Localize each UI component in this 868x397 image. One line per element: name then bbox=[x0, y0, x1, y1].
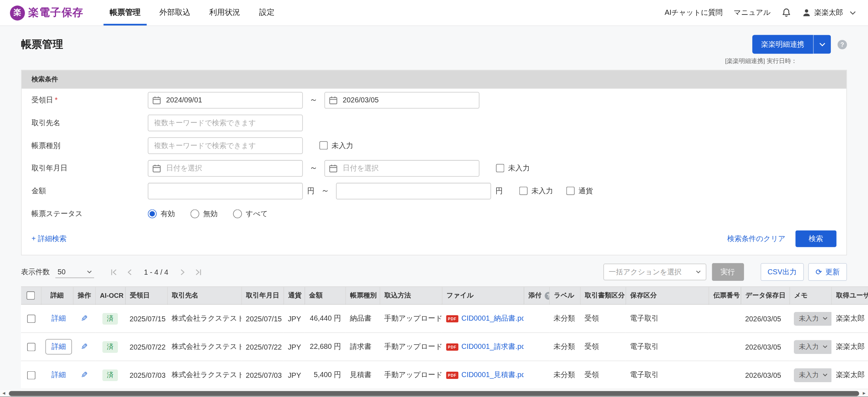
clear-search-link[interactable]: 検索条件のクリア bbox=[727, 234, 786, 244]
notification-bell-icon[interactable] bbox=[782, 8, 791, 18]
detail-button[interactable]: 詳細 bbox=[46, 339, 72, 355]
advanced-search-link[interactable]: + 詳細検索 bbox=[31, 234, 67, 244]
chevron-down-icon bbox=[822, 345, 827, 349]
main-nav: 帳票管理 外部取込 利用状況 設定 bbox=[100, 0, 284, 25]
header-acquired-user: 取得ユーザー bbox=[831, 287, 868, 304]
toolbar-right: 一括アクションを選択 実行 CSV出力 ⟳ 更新 bbox=[603, 263, 847, 281]
txn-date-from-input[interactable] bbox=[148, 160, 303, 177]
help-icon[interactable]: ? bbox=[838, 39, 847, 49]
radio[interactable] bbox=[233, 209, 242, 218]
row-checkbox[interactable] bbox=[27, 314, 35, 323]
search-row-doc-type: 帳票種別 未入力 bbox=[22, 134, 847, 157]
table-row: 詳細 ✎ 済 2025/07/15 株式会社ラクステスト 2025/07/15 … bbox=[21, 304, 868, 333]
receipt-date-to-input[interactable] bbox=[324, 92, 480, 108]
detail-button[interactable]: 詳細 bbox=[46, 311, 72, 326]
search-button[interactable]: 検索 bbox=[795, 231, 836, 247]
header-file: ファイル bbox=[442, 287, 524, 304]
edit-pencil-icon[interactable]: ✎ bbox=[81, 342, 88, 352]
memo-value: 未入力 bbox=[799, 314, 819, 323]
chevron-down-icon bbox=[87, 270, 92, 273]
nav-item-settings[interactable]: 設定 bbox=[250, 0, 284, 25]
next-page-icon[interactable] bbox=[178, 268, 187, 276]
currency-checkbox[interactable]: 通貨 bbox=[566, 186, 593, 196]
partner-input[interactable] bbox=[148, 114, 303, 131]
csv-export-button[interactable]: CSV出力 bbox=[760, 263, 804, 281]
memo-dropdown-button[interactable]: 未入力 bbox=[794, 312, 831, 325]
scroll-left-arrow[interactable]: ◂ bbox=[0, 390, 8, 396]
page-head: 帳票管理 楽楽明細連携 ? bbox=[21, 26, 847, 54]
first-page-icon[interactable] bbox=[110, 268, 118, 276]
prev-page-icon[interactable] bbox=[125, 268, 134, 276]
bulk-action-placeholder: 一括アクションを選択 bbox=[609, 267, 682, 277]
execute-button[interactable]: 実行 bbox=[712, 263, 744, 281]
amount-empty-checkbox[interactable]: 未入力 bbox=[519, 186, 553, 196]
edit-pencil-icon[interactable]: ✎ bbox=[81, 313, 88, 324]
acquired-user-cell: 楽楽太郎 bbox=[831, 304, 868, 333]
refresh-button[interactable]: ⟳ 更新 bbox=[808, 263, 847, 281]
scrollbar-thumb[interactable] bbox=[9, 391, 859, 396]
manual-link[interactable]: マニュアル bbox=[734, 8, 771, 18]
file-link[interactable]: CID0001_納品書.pdf bbox=[461, 314, 524, 322]
doc-type-cell: 納品書 bbox=[345, 304, 380, 333]
receipt-date-from-input[interactable] bbox=[148, 92, 303, 108]
rakuraku-meisai-dropdown-button[interactable] bbox=[813, 35, 831, 54]
tilde-separator: ～ bbox=[310, 95, 318, 105]
row-checkbox[interactable] bbox=[27, 371, 35, 380]
detail-button[interactable]: 詳細 bbox=[46, 367, 72, 383]
memo-dropdown-button[interactable]: 未入力 bbox=[794, 340, 831, 354]
txn-date-empty-checkbox[interactable]: 未入力 bbox=[496, 163, 529, 173]
attachment-cell bbox=[524, 361, 549, 389]
nav-item-external-import[interactable]: 外部取込 bbox=[150, 0, 200, 25]
search-panel: 検索条件 受領日* ～ 取引先名 帳票種別 bbox=[21, 70, 847, 255]
amount-from-input[interactable] bbox=[148, 182, 303, 199]
table-body: 詳細 ✎ 済 2025/07/15 株式会社ラクステスト 2025/07/15 … bbox=[21, 304, 868, 397]
edit-pencil-icon[interactable]: ✎ bbox=[81, 370, 88, 380]
doc-type-input[interactable] bbox=[148, 137, 303, 154]
checkbox-label: 未入力 bbox=[531, 186, 553, 196]
radio[interactable] bbox=[148, 209, 157, 218]
file-link[interactable]: CID0001_請求書.pdf bbox=[461, 342, 524, 351]
nav-item-form-management[interactable]: 帳票管理 bbox=[100, 0, 150, 25]
bulk-action-select[interactable]: 一括アクションを選択 bbox=[603, 264, 706, 280]
status-radio-all[interactable]: すべて bbox=[233, 208, 268, 219]
checkbox[interactable] bbox=[319, 141, 328, 149]
checkbox-label: 未入力 bbox=[508, 163, 530, 173]
page-title: 帳票管理 bbox=[21, 37, 63, 52]
pagination-text: 1 - 4 / 4 bbox=[144, 268, 168, 276]
receipt-date-to-field bbox=[324, 92, 480, 108]
checkbox[interactable] bbox=[496, 164, 504, 172]
file-link[interactable]: CID0001_見積書.pdf bbox=[461, 371, 524, 379]
chevron-down-icon bbox=[822, 317, 827, 320]
storage-class-cell: 電子取引 bbox=[626, 361, 709, 389]
amount-to-input[interactable] bbox=[336, 182, 491, 199]
import-method-cell: 手動アップロード bbox=[380, 304, 442, 333]
header-label: ラベル bbox=[549, 287, 580, 304]
doc-type-empty-checkbox[interactable]: 未入力 bbox=[319, 140, 353, 151]
page-actions: 楽楽明細連携 ? bbox=[752, 35, 847, 54]
user-menu[interactable]: 楽楽太郎 bbox=[802, 8, 843, 18]
attachment-help-icon[interactable]: ? bbox=[544, 292, 549, 299]
rakuraku-meisai-button[interactable]: 楽楽明細連携 bbox=[752, 35, 813, 54]
partner-name-cell: 株式会社ラクステスト bbox=[167, 361, 241, 389]
checkbox[interactable] bbox=[519, 187, 528, 195]
nav-item-usage[interactable]: 利用状況 bbox=[200, 0, 250, 25]
radio[interactable] bbox=[191, 209, 199, 218]
required-asterisk: * bbox=[55, 96, 58, 104]
status-radio-inactive[interactable]: 無効 bbox=[191, 208, 218, 219]
chevron-down-icon[interactable] bbox=[850, 11, 856, 15]
scroll-right-arrow[interactable]: ▸ bbox=[860, 390, 868, 396]
row-checkbox[interactable] bbox=[27, 343, 35, 351]
display-count-select[interactable]: 50 bbox=[55, 266, 94, 278]
last-page-icon[interactable] bbox=[194, 268, 203, 276]
status-radio-active[interactable]: 有効 bbox=[148, 208, 175, 219]
checkbox[interactable] bbox=[566, 187, 575, 195]
attachment-cell bbox=[524, 333, 549, 361]
app-logo[interactable]: 楽 楽電子保存 bbox=[10, 5, 84, 20]
memo-dropdown-button[interactable]: 未入力 bbox=[794, 368, 831, 382]
txn-date-to-input[interactable] bbox=[324, 160, 480, 177]
checkbox-label: 通貨 bbox=[578, 186, 593, 196]
header-operation: 操作 bbox=[73, 287, 95, 304]
doc-class-cell: 受領 bbox=[580, 333, 626, 361]
ai-chat-link[interactable]: AIチャットに質問 bbox=[665, 8, 723, 18]
select-all-checkbox[interactable] bbox=[27, 291, 35, 300]
